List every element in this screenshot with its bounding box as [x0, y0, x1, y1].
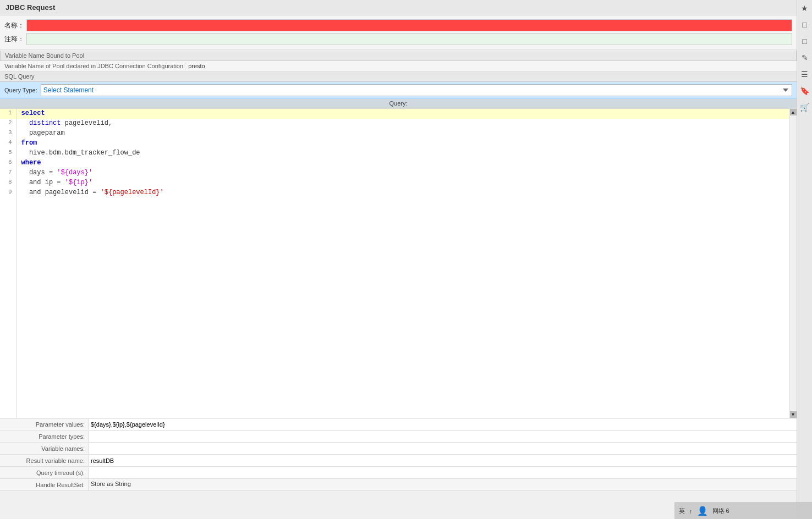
code-editor-wrapper: 1 select 2 distinct pagelevelid, 3 pagep…	[0, 109, 797, 418]
comment-label: 注释：	[4, 35, 26, 44]
lang-indicator: 英	[679, 507, 685, 515]
pool-value: presto	[188, 63, 205, 69]
scroll-down-arrow[interactable]: ▼	[790, 411, 797, 418]
variable-names-row: Variable names:	[0, 443, 797, 455]
handle-resultset-label: Handle ResultSet:	[0, 482, 88, 488]
edit-icon[interactable]: ✎	[799, 52, 811, 64]
title-bar: JDBC Request	[0, 0, 797, 15]
param-types-row: Parameter types:	[0, 430, 797, 443]
scroll-up-arrow[interactable]: ▲	[790, 109, 797, 115]
taskbar-icon-1: ↑	[689, 508, 693, 515]
list-icon[interactable]: ☰	[799, 68, 811, 80]
table-row: 3 pageparam	[0, 129, 789, 139]
line-number: 6	[0, 158, 17, 168]
param-types-input[interactable]	[88, 431, 797, 442]
name-input[interactable]	[26, 19, 792, 31]
line-number: 3	[0, 129, 17, 139]
code-line: pageparam	[17, 129, 789, 139]
code-line: and ip = '${ip}'	[17, 178, 789, 188]
code-line: distinct pagelevelid,	[17, 119, 789, 129]
pool-config-row: Variable Name of Pool declared in JDBC C…	[0, 61, 797, 71]
form-section: 名称： 注释：	[0, 15, 797, 49]
cart-icon[interactable]: 🛒	[799, 101, 811, 113]
line-number: 1	[0, 109, 17, 119]
query-label-row: Query:	[0, 99, 797, 108]
line-number: 2	[0, 119, 17, 129]
param-values-label: Parameter values:	[0, 421, 88, 428]
right-sidebar: ★ □ □ ✎ ☰ 🔖 🛒	[797, 0, 812, 519]
query-type-label: Query Type:	[4, 87, 37, 93]
param-types-label: Parameter types:	[0, 433, 88, 440]
line-number: 4	[0, 139, 17, 148]
sql-query-header: SQL Query	[0, 71, 797, 82]
variable-names-label: Variable names:	[0, 445, 88, 452]
code-table: 1 select 2 distinct pagelevelid, 3 pagep…	[0, 109, 789, 418]
bookmark-icon[interactable]: 🔖	[799, 85, 811, 97]
taskbar: 英 ↑ 👤 网络 6	[674, 503, 812, 519]
table-row: 5 hive.bdm.bdm_tracker_flow_de	[0, 148, 789, 158]
query-timeout-row: Query timeout (s):	[0, 467, 797, 479]
window-title: JDBC Request	[6, 3, 55, 12]
table-row: 8 and ip = '${ip}'	[0, 178, 789, 188]
network-status: 网络 6	[712, 507, 729, 515]
table-row: 1 select	[0, 109, 789, 119]
table-row	[0, 198, 789, 418]
code-editor[interactable]: 1 select 2 distinct pagelevelid, 3 pagep…	[0, 109, 789, 418]
handle-resultset-row: Handle ResultSet: Store as String	[0, 479, 797, 491]
taskbar-avatar: 👤	[697, 506, 708, 516]
query-timeout-label: Query timeout (s):	[0, 470, 88, 476]
code-line: from	[17, 139, 789, 148]
variable-pool-header: Variable Name Bound to Pool	[0, 51, 797, 61]
table-row: 6 where	[0, 158, 789, 168]
query-timeout-input[interactable]	[88, 467, 797, 478]
table-row: 7 days = '${days}'	[0, 168, 789, 178]
comment-input[interactable]	[26, 33, 792, 45]
param-values-row: Parameter values:	[0, 418, 797, 430]
star-icon[interactable]: ★	[799, 2, 811, 14]
code-line: and pagelevelid = '${pagelevelId}'	[17, 188, 789, 198]
param-values-input[interactable]	[88, 419, 797, 430]
line-number: 7	[0, 168, 17, 178]
code-line: days = '${days}'	[17, 168, 789, 178]
comment-row: 注释：	[4, 33, 792, 45]
result-variable-input[interactable]	[88, 455, 797, 466]
query-type-row: Query Type: Select Statement Update Stat…	[0, 82, 797, 99]
name-label: 名称：	[4, 21, 26, 30]
code-line: hive.bdm.bdm_tracker_flow_de	[17, 148, 789, 158]
result-variable-label: Result variable name:	[0, 457, 88, 464]
bottom-params: Parameter values: Parameter types: Varia…	[0, 418, 797, 491]
line-number: 9	[0, 188, 17, 198]
sql-query-section: SQL Query Query Type: Select Statement U…	[0, 71, 797, 109]
pool-label: Variable Name of Pool declared in JDBC C…	[4, 63, 185, 69]
name-row: 名称：	[4, 19, 792, 31]
code-line: select	[17, 109, 789, 119]
table-row: 9 and pagelevelid = '${pagelevelId}'	[0, 188, 789, 198]
square-icon-1[interactable]: □	[799, 19, 811, 31]
result-variable-row: Result variable name:	[0, 455, 797, 467]
line-number: 8	[0, 178, 17, 188]
query-type-select[interactable]: Select Statement Update Statement Callab…	[41, 84, 792, 96]
square-icon-2[interactable]: □	[799, 35, 811, 47]
table-row: 4 from	[0, 139, 789, 148]
table-row: 2 distinct pagelevelid,	[0, 119, 789, 129]
vertical-scrollbar[interactable]: ▲ ▼	[789, 109, 797, 418]
code-line: where	[17, 158, 789, 168]
line-number: 5	[0, 148, 17, 158]
handle-resultset-value: Store as String	[88, 479, 797, 490]
variable-names-input[interactable]	[88, 443, 797, 454]
